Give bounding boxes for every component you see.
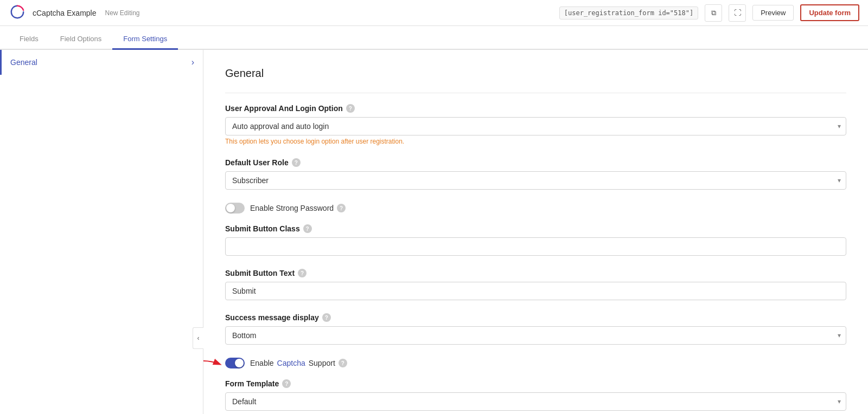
form-template-select-wrapper: Default Classic Modern ▾ — [225, 392, 846, 411]
sidebar: General › ‹ — [0, 50, 203, 414]
strong-password-toggle-knob — [226, 204, 235, 212]
content-area: General User Approval And Login Option ?… — [203, 50, 868, 414]
captcha-support-toggle[interactable] — [225, 358, 245, 368]
success-message-display-label: Success message display ? — [225, 313, 846, 322]
success-message-display-help-icon[interactable]: ? — [322, 313, 331, 322]
sidebar-item-label: General — [10, 58, 37, 67]
user-approval-select-wrapper: Auto approval and auto login Manual appr… — [225, 117, 846, 135]
success-message-display-select-wrapper: Bottom Top Inline ▾ — [225, 326, 846, 345]
form-template-group: Form Template ? Default Classic Modern ▾ — [225, 379, 846, 411]
user-approval-select[interactable]: Auto approval and auto login Manual appr… — [225, 117, 846, 135]
success-message-display-select[interactable]: Bottom Top Inline — [225, 326, 846, 345]
submit-button-text-help-icon[interactable]: ? — [298, 269, 307, 277]
expand-button[interactable]: ⛶ — [729, 4, 746, 22]
arrow-annotation — [203, 355, 225, 373]
copy-button[interactable]: ⧉ — [705, 4, 722, 22]
sidebar-item-general[interactable]: General › — [0, 50, 203, 75]
copy-icon: ⧉ — [711, 9, 716, 17]
section-title: General — [225, 67, 846, 80]
expand-icon: ⛶ — [734, 9, 741, 17]
default-user-role-select-wrapper: Subscriber Contributor Author Editor Adm… — [225, 171, 846, 190]
tab-form-settings[interactable]: Form Settings — [112, 29, 178, 50]
collapse-icon: ‹ — [197, 334, 200, 342]
main-layout: General › ‹ General User Approval And Lo… — [0, 50, 868, 414]
user-approval-group: User Approval And Login Option ? Auto ap… — [225, 104, 846, 145]
submit-button-class-label: Submit Button Class ? — [225, 224, 846, 233]
user-approval-hint: This option lets you choose login option… — [225, 138, 846, 145]
success-message-display-group: Success message display ? Bottom Top Inl… — [225, 313, 846, 345]
tab-bar: Fields Field Options Form Settings — [0, 26, 868, 50]
preview-button[interactable]: Preview — [752, 5, 794, 21]
app-logo — [9, 3, 26, 22]
user-approval-help-icon[interactable]: ? — [346, 104, 355, 113]
captcha-support-label: Enable Captcha Support ? — [250, 359, 347, 367]
captcha-support-row: Enable Captcha Support ? — [225, 358, 846, 368]
captcha-support-toggle-knob — [235, 359, 244, 367]
strong-password-toggle[interactable] — [225, 203, 245, 214]
submit-button-class-input[interactable] — [225, 237, 846, 256]
submit-button-class-group: Submit Button Class ? — [225, 224, 846, 256]
default-user-role-help-icon[interactable]: ? — [292, 158, 301, 167]
tab-fields[interactable]: Fields — [9, 29, 49, 50]
form-template-help-icon[interactable]: ? — [282, 379, 291, 388]
divider-1 — [225, 93, 846, 93]
submit-button-text-group: Submit Button Text ? — [225, 269, 846, 300]
user-approval-label: User Approval And Login Option ? — [225, 104, 846, 113]
strong-password-row: Enable Strong Password ? — [225, 203, 846, 214]
sidebar-collapse-button[interactable]: ‹ — [193, 327, 203, 349]
default-user-role-label: Default User Role ? — [225, 158, 846, 167]
strong-password-label: Enable Strong Password ? — [250, 204, 346, 212]
default-user-role-group: Default User Role ? Subscriber Contribut… — [225, 158, 846, 190]
app-title: cCaptcha Example — [33, 9, 97, 17]
tab-field-options[interactable]: Field Options — [49, 29, 113, 50]
editing-badge: New Editing — [105, 9, 140, 17]
submit-button-class-help-icon[interactable]: ? — [303, 224, 312, 233]
update-form-button[interactable]: Update form — [800, 4, 859, 21]
app-header: cCaptcha Example New Editing [user_regis… — [0, 0, 868, 26]
strong-password-help-icon[interactable]: ? — [337, 204, 346, 212]
captcha-support-help-icon[interactable]: ? — [339, 359, 347, 367]
shortcode-display[interactable]: [user_registration_form id="518"] — [559, 7, 698, 20]
submit-button-text-label: Submit Button Text ? — [225, 269, 846, 277]
form-template-select[interactable]: Default Classic Modern — [225, 392, 846, 411]
chevron-right-icon: › — [192, 57, 194, 67]
submit-button-text-input[interactable] — [225, 282, 846, 300]
default-user-role-select[interactable]: Subscriber Contributor Author Editor Adm… — [225, 171, 846, 190]
form-template-label: Form Template ? — [225, 379, 846, 388]
